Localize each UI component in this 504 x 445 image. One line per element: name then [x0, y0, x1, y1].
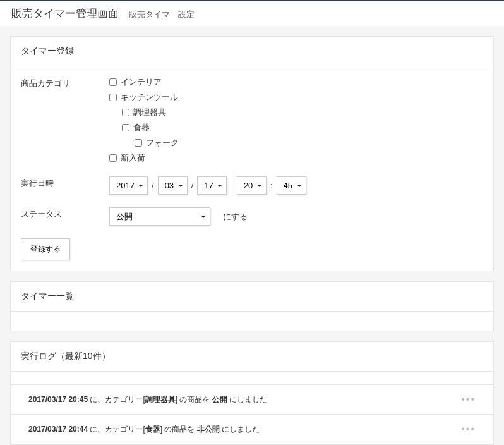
datetime-label: 実行日時 [21, 176, 109, 189]
status-suffix: にする [223, 211, 248, 222]
page-header: 販売タイマー管理画面 販売タイマ―設定 [0, 0, 504, 26]
category-checkbox[interactable] [135, 139, 142, 147]
date-separator: / [152, 181, 154, 190]
year-select[interactable]: 2017 [109, 176, 148, 195]
category-label-text: インテリア [121, 76, 162, 88]
log-item: 2017/03/17 20:44 に、カテゴリー[食器] の商品を 非公開 にし… [11, 415, 493, 444]
month-select[interactable]: 03 [158, 176, 188, 195]
minute-select[interactable]: 45 [277, 176, 306, 195]
page-subtitle: 販売タイマ―設定 [129, 9, 195, 20]
log-item: 2017/03/17 20:45 に、カテゴリー[調理器具] の商品を 公開 に… [11, 385, 493, 415]
category-label: 商品カテゴリ [21, 76, 109, 89]
category-label-text: 調理器具 [133, 107, 166, 118]
category-item[interactable]: インテリア [109, 76, 483, 88]
category-checkbox[interactable] [122, 124, 129, 131]
category-label-text: キッチンツール [121, 92, 178, 103]
category-label-text: 食器 [133, 122, 150, 133]
panel-title: タイマー一覧 [11, 282, 493, 312]
page-title: 販売タイマー管理画面 [11, 6, 119, 21]
log-list: 2017/03/17 20:45 に、カテゴリー[調理器具] の商品を 公開 に… [11, 384, 493, 444]
category-checkbox[interactable] [122, 109, 129, 116]
category-checkbox[interactable] [109, 94, 117, 101]
log-text: 2017/03/17 20:44 に、カテゴリー[食器] の商品を 非公開 にし… [28, 424, 260, 435]
date-separator: / [191, 181, 194, 190]
more-icon[interactable]: ••• [461, 394, 476, 405]
timer-register-panel: タイマー登録 商品カテゴリ インテリアキッチンツール調理器具食器フォーク新入荷 … [10, 36, 494, 271]
execution-log-panel: 実行ログ（最新10件） 2017/03/17 20:45 に、カテゴリー[調理器… [10, 341, 494, 445]
log-text: 2017/03/17 20:45 に、カテゴリー[調理器具] の商品を 公開 に… [28, 394, 267, 405]
panel-title: タイマー登録 [11, 37, 493, 66]
category-item[interactable]: 新入荷 [109, 152, 483, 164]
category-label-text: フォーク [146, 137, 179, 149]
day-select[interactable]: 17 [197, 176, 227, 195]
status-select[interactable]: 公開 [109, 207, 210, 226]
hour-select[interactable]: 20 [237, 176, 267, 195]
status-label: ステータス [21, 207, 109, 220]
category-item[interactable]: 調理器具 [109, 107, 483, 118]
submit-button[interactable]: 登録する [21, 238, 70, 260]
category-checkbox-list: インテリアキッチンツール調理器具食器フォーク新入荷 [109, 76, 483, 164]
category-checkbox[interactable] [109, 154, 117, 162]
timer-list-panel: タイマー一覧 [10, 281, 494, 331]
category-item[interactable]: フォーク [109, 137, 483, 149]
category-checkbox[interactable] [109, 78, 117, 86]
more-icon[interactable]: ••• [461, 424, 476, 435]
category-item[interactable]: 食器 [109, 122, 483, 133]
category-label-text: 新入荷 [121, 152, 145, 164]
time-separator: : [270, 181, 273, 190]
category-item[interactable]: キッチンツール [109, 92, 483, 103]
space-separator [231, 181, 233, 190]
panel-title: 実行ログ（最新10件） [11, 342, 493, 372]
